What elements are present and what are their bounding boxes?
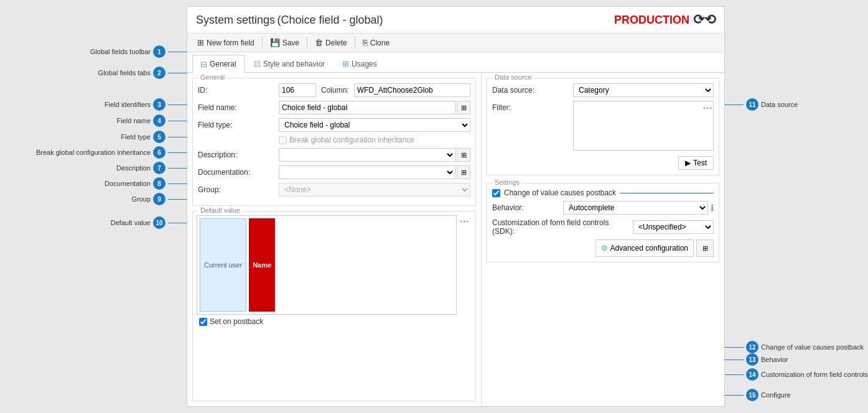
id-input[interactable] bbox=[279, 83, 316, 97]
break-inheritance-checkbox[interactable] bbox=[279, 136, 287, 144]
annotation-line-12 bbox=[725, 347, 744, 348]
field-type-row: Field type: Choice field - global bbox=[198, 118, 470, 132]
description-select[interactable] bbox=[279, 148, 455, 162]
field-type-select[interactable]: Choice field - global bbox=[279, 118, 470, 132]
annotation-badge-5: 5 bbox=[153, 131, 166, 143]
behavior-label: Behavior: bbox=[492, 203, 561, 212]
default-value-token-area[interactable]: Current user Name bbox=[197, 215, 457, 315]
documentation-select[interactable] bbox=[279, 165, 455, 179]
annotation-badge-4: 4 bbox=[153, 114, 166, 127]
customization-label: Customization of form field controls (SD… bbox=[492, 218, 630, 236]
annotation-label-1: Global fields toolbar bbox=[90, 48, 151, 55]
save-button[interactable]: 💾 Save bbox=[265, 36, 304, 49]
id-label: ID: bbox=[198, 86, 279, 95]
filter-textarea[interactable] bbox=[573, 101, 714, 151]
annotation-line-15 bbox=[725, 395, 744, 396]
filter-label: Filter: bbox=[492, 101, 573, 112]
new-form-field-button[interactable]: ⊞ New form field bbox=[192, 36, 259, 49]
toolbar-separator-1 bbox=[262, 37, 263, 49]
advanced-config-button[interactable]: ⚙ Advanced configuration bbox=[595, 239, 694, 257]
data-source-row: Data source: Category bbox=[492, 83, 714, 97]
annotation-line-3 bbox=[168, 104, 187, 105]
tab-style-behavior[interactable]: ⊡ Style and behavior bbox=[246, 55, 333, 72]
global-fields-toolbar: ⊞ New form field 💾 Save 🗑 Delete ⎘ Clone bbox=[187, 34, 724, 52]
behavior-info-icon[interactable]: ℹ bbox=[711, 203, 714, 213]
tab-usages[interactable]: ⊞ Usages bbox=[334, 55, 385, 72]
annotation-badge-3: 3 bbox=[153, 98, 166, 111]
postback-checkbox[interactable] bbox=[492, 189, 500, 197]
title-bar: System settings (Choice field - global) … bbox=[187, 7, 724, 34]
data-source-section: Data source Data source: Category Filter… bbox=[487, 78, 719, 175]
postback-row: Change of value causes postback bbox=[492, 188, 714, 197]
save-icon: 💾 bbox=[270, 38, 280, 47]
test-button[interactable]: ▶ Test bbox=[678, 156, 714, 170]
group-select[interactable]: <None> bbox=[279, 183, 470, 197]
annotation-label-13: Behavior bbox=[761, 356, 788, 363]
set-postback-checkbox[interactable] bbox=[199, 318, 207, 326]
data-source-select[interactable]: Category bbox=[573, 83, 714, 97]
right-annotation-15: 15 Configure bbox=[725, 389, 791, 401]
annotation-badge-6: 6 bbox=[153, 146, 166, 159]
advanced-config-row: ⚙ Advanced configuration ⊞ bbox=[492, 239, 714, 257]
annotation-badge-15: 15 bbox=[746, 389, 758, 401]
advanced-config-extra-button[interactable]: ⊞ bbox=[696, 239, 714, 257]
annotation-badge-1: 1 bbox=[153, 45, 166, 58]
column-label: Column: bbox=[321, 86, 349, 95]
test-play-icon: ▶ bbox=[685, 159, 691, 167]
tab-general[interactable]: ⊟ General bbox=[192, 55, 245, 73]
right-annotation-14: 14 Customization of form field controls bbox=[725, 368, 868, 381]
description-row: Description: ⊞ bbox=[198, 148, 470, 162]
documentation-label: Documentation: bbox=[198, 168, 279, 177]
filter-row: Filter: ⋯ bbox=[492, 101, 714, 152]
column-input[interactable] bbox=[354, 83, 470, 97]
annotation-badge-2: 2 bbox=[153, 67, 166, 79]
annotation-line-13 bbox=[725, 360, 744, 360]
advanced-config-icon: ⚙ bbox=[601, 244, 608, 253]
annotation-line-8 bbox=[168, 183, 187, 184]
delete-icon: 🗑 bbox=[315, 38, 323, 47]
default-value-more-button[interactable]: ⋯ bbox=[457, 215, 472, 227]
annotation-line-5 bbox=[168, 137, 187, 137]
annotation-label-8: Documentation bbox=[105, 180, 151, 187]
annotation-label-2: Global fields tabs bbox=[98, 69, 151, 77]
right-annotation-12: 12 Change of value causes postback bbox=[725, 341, 864, 353]
annotation-label-3: Field identifiers bbox=[105, 101, 151, 108]
set-postback-row: Set on postback bbox=[197, 315, 472, 328]
description-label: Description: bbox=[198, 151, 279, 159]
annotation-badge-7: 7 bbox=[153, 162, 166, 174]
annotation-line-2 bbox=[168, 73, 187, 73]
documentation-translate-button[interactable]: ⊞ bbox=[457, 165, 470, 179]
description-translate-button[interactable]: ⊞ bbox=[457, 148, 470, 162]
annotation-line-9 bbox=[168, 199, 187, 200]
annotation-line-10 bbox=[168, 223, 187, 223]
delete-button[interactable]: 🗑 Delete bbox=[310, 36, 352, 49]
general-section-label: General bbox=[198, 73, 227, 81]
production-icon: ⟳⟲ bbox=[693, 12, 716, 28]
customization-select[interactable]: <Unspecified> bbox=[633, 220, 714, 234]
set-postback-label: Set on postback bbox=[210, 317, 263, 326]
global-fields-tabs: ⊟ General ⊡ Style and behavior ⊞ Usages bbox=[187, 52, 724, 73]
right-annotation-11: 11 Data source bbox=[725, 98, 798, 111]
annotation-badge-9: 9 bbox=[153, 193, 166, 205]
group-label: Group: bbox=[198, 185, 279, 194]
field-name-translate-button[interactable]: ⊞ bbox=[457, 101, 470, 114]
annotation-badge-14: 14 bbox=[746, 368, 758, 381]
break-inheritance-row: Break global configuration inheritance bbox=[198, 136, 470, 144]
settings-section: Settings Change of value causes postback… bbox=[487, 183, 719, 262]
postback-line bbox=[620, 193, 714, 193]
filter-ellipsis-button[interactable]: ⋯ bbox=[702, 102, 712, 114]
clone-icon: ⎘ bbox=[363, 38, 368, 47]
documentation-row: Documentation: ⊞ bbox=[198, 165, 470, 179]
annotation-5: Field type 5 bbox=[121, 131, 187, 143]
page-subtitle: (Choice field - global) bbox=[277, 14, 383, 26]
annotation-badge-8: 8 bbox=[153, 177, 166, 190]
field-name-input[interactable] bbox=[279, 101, 455, 114]
clone-button[interactable]: ⎘ Clone bbox=[358, 36, 394, 49]
usages-tab-icon: ⊞ bbox=[342, 59, 349, 68]
behavior-select[interactable]: Autocomplete bbox=[563, 201, 708, 215]
new-form-field-icon: ⊞ bbox=[197, 38, 204, 47]
annotation-9: Group 9 bbox=[131, 193, 187, 205]
annotation-10: Default value 10 bbox=[111, 216, 187, 229]
annotation-line-7 bbox=[168, 168, 187, 169]
annotation-badge-11: 11 bbox=[746, 98, 758, 111]
